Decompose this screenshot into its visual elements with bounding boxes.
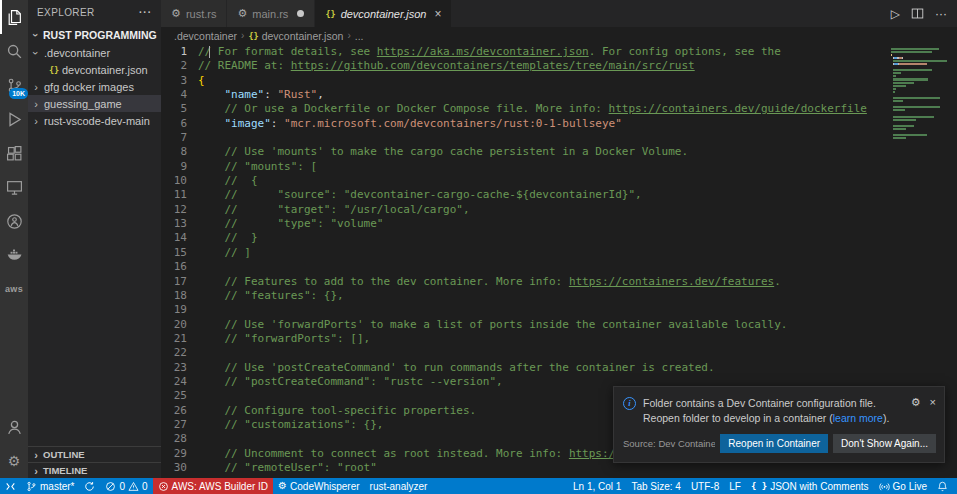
settings-icon[interactable]: ⚙ [0, 444, 28, 478]
notifications-bell[interactable] [932, 478, 953, 494]
line-number[interactable]: 24 [161, 375, 198, 389]
explorer-icon[interactable] [0, 0, 28, 34]
more-actions-icon[interactable]: ··· [935, 7, 947, 21]
search-icon[interactable] [0, 34, 28, 68]
code-line[interactable]: 13 // "type": "volume" [161, 217, 887, 231]
notification-settings-icon[interactable]: ⚙ [911, 396, 921, 409]
line-number[interactable]: 14 [161, 231, 198, 245]
code-link[interactable]: https://containers.dev/guide/dockerfile [609, 102, 867, 115]
section-outline[interactable]: ›OUTLINE [28, 446, 161, 462]
code-line[interactable]: 20 // Use 'forwardPorts' to make a list … [161, 318, 887, 332]
breadcrumb-item-[interactable]: ... [355, 30, 364, 42]
sync-changes[interactable] [79, 478, 100, 494]
code-line[interactable]: 8 // Use 'mounts' to make the cargo cach… [161, 145, 887, 159]
code-line[interactable]: 5 // Or use a Dockerfile or Docker Compo… [161, 102, 887, 116]
workspace-root[interactable]: › RUST PROGRAMMING [28, 25, 161, 44]
line-number[interactable]: 30 [161, 461, 198, 475]
code-line[interactable]: 17 // Features to add to the dev contain… [161, 275, 887, 289]
tree-item-rust-vscode-dev-main[interactable]: ›rust-vscode-dev-main [28, 112, 161, 129]
tree-item-gfg-docker-images[interactable]: ›gfg docker images [28, 78, 161, 95]
encoding[interactable]: UTF-8 [686, 478, 724, 494]
breadcrumb-item-devcontainer[interactable]: .devcontainer [174, 30, 237, 42]
code-line[interactable]: 19 [161, 303, 887, 317]
indentation[interactable]: Tab Size: 4 [626, 478, 685, 494]
aws-builder-id[interactable]: AWS: AWS Builder ID [153, 478, 274, 494]
reopen-in-container-button[interactable]: Reopen in Container [720, 434, 828, 453]
code-line[interactable]: 22 [161, 346, 887, 360]
dont-show-again-button[interactable]: Don't Show Again... [833, 434, 936, 453]
tree-item-guessing-game[interactable]: ›guessing_game [28, 95, 161, 112]
run-button[interactable]: ▷ [891, 7, 900, 21]
line-number[interactable]: 11 [161, 188, 198, 202]
code-link[interactable]: https://aka.ms/devcontainer.json [377, 45, 589, 58]
code-line[interactable]: 1// For format details, see https://aka.… [161, 45, 887, 59]
go-live[interactable]: Go Live [874, 478, 932, 494]
code-line[interactable]: 16 [161, 260, 887, 274]
line-number[interactable]: 25 [161, 389, 198, 403]
tab-rust-rs[interactable]: ⚙rust.rs [161, 0, 226, 27]
code-line[interactable]: 15 // ] [161, 246, 887, 260]
more-actions-icon[interactable]: ··· [139, 7, 152, 18]
line-number[interactable]: 1 [161, 45, 198, 59]
run-and-debug-icon[interactable] [0, 102, 28, 136]
code-line[interactable]: 18 // "features": {}, [161, 289, 887, 303]
git-branch[interactable]: master* [21, 478, 79, 494]
breadcrumb-item-devcontainer-json[interactable]: {}devcontainer.json [248, 30, 343, 42]
section-timeline[interactable]: ›TIMELINE [28, 462, 161, 478]
learn-more-link[interactable]: learn more [833, 412, 883, 424]
code-line[interactable]: 30 // "remoteUser": "root" [161, 461, 887, 475]
tab-devcontainer-json[interactable]: {}devcontainer.json× [315, 0, 451, 27]
line-number[interactable]: 21 [161, 332, 198, 346]
code-line[interactable]: 4 "name": "Rust", [161, 88, 887, 102]
line-number[interactable]: 28 [161, 432, 198, 446]
code-line[interactable]: 6 "image": "mcr.microsoft.com/devcontain… [161, 117, 887, 131]
line-number[interactable]: 2 [161, 59, 198, 73]
problems[interactable]: 00 [100, 478, 152, 494]
code-line[interactable]: 3{ [161, 74, 887, 88]
split-editor-icon[interactable] [911, 7, 924, 20]
codewhisperer[interactable]: ⚙CodeWhisperer [273, 478, 364, 494]
code-line[interactable]: 2// README at: https://github.com/devcon… [161, 59, 887, 73]
remote-explorer-icon[interactable] [0, 170, 28, 204]
cursor-position[interactable]: Ln 1, Col 1 [568, 478, 626, 494]
code-line[interactable]: 7 [161, 131, 887, 145]
line-number[interactable]: 8 [161, 145, 198, 159]
line-number[interactable]: 18 [161, 289, 198, 303]
line-number[interactable]: 6 [161, 117, 198, 131]
code-line[interactable]: 21 // "forwardPorts": [], [161, 332, 887, 346]
source-control-icon[interactable]: 10K [0, 68, 28, 102]
tree-item-devcontainer-json[interactable]: {}devcontainer.json [28, 61, 161, 78]
line-number[interactable]: 22 [161, 346, 198, 360]
line-number[interactable]: 23 [161, 361, 198, 375]
close-icon[interactable]: × [434, 7, 441, 21]
line-number[interactable]: 26 [161, 404, 198, 418]
language-mode[interactable]: { }JSON with Comments [746, 478, 874, 494]
code-line[interactable]: 9 // "mounts": [ [161, 160, 887, 174]
line-number[interactable]: 4 [161, 88, 198, 102]
remote-indicator[interactable] [0, 478, 21, 494]
aws-icon[interactable]: aws [0, 272, 28, 306]
code-line[interactable]: 23 // Use 'postCreateCommand' to run com… [161, 361, 887, 375]
live-share-icon[interactable] [0, 204, 28, 238]
line-number[interactable]: 16 [161, 260, 198, 274]
line-number[interactable]: 15 [161, 246, 198, 260]
line-number[interactable]: 12 [161, 203, 198, 217]
line-number[interactable]: 13 [161, 217, 198, 231]
code-line[interactable]: 14 // } [161, 231, 887, 245]
rust-analyzer-status[interactable]: rust-analyzer [365, 478, 433, 494]
close-icon[interactable]: × [930, 396, 936, 409]
line-number[interactable]: 29 [161, 447, 198, 461]
tab-main-rs[interactable]: ⚙main.rs [227, 0, 314, 27]
line-number[interactable]: 20 [161, 318, 198, 332]
line-number[interactable]: 7 [161, 131, 198, 145]
line-number[interactable]: 5 [161, 102, 198, 116]
tree-item-devcontainer[interactable]: ›.devcontainer [28, 44, 161, 61]
eol-sequence[interactable]: LF [724, 478, 746, 494]
code-link[interactable]: https://github.com/devcontainers/templat… [291, 59, 695, 72]
accounts-icon[interactable] [0, 410, 28, 444]
code-link[interactable]: https://containers.dev/features [569, 275, 774, 288]
docker-icon[interactable] [0, 238, 28, 272]
extensions-icon[interactable] [0, 136, 28, 170]
line-number[interactable]: 19 [161, 303, 198, 317]
code-line[interactable]: 12 // "target": "/usr/local/cargo", [161, 203, 887, 217]
